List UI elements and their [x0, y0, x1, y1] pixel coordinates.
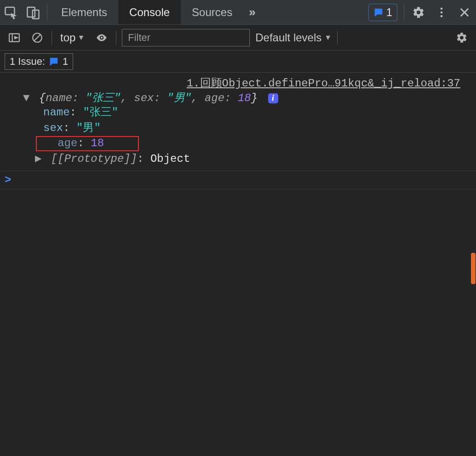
device-toggle-icon[interactable]: [22, 0, 44, 25]
execution-context-selector[interactable]: top ▼: [57, 31, 87, 44]
tab-console[interactable]: Console: [118, 0, 181, 24]
log-message: 1.回顾Object.definePro…91kqc&_ij_reload:37…: [0, 73, 476, 171]
console-toolbar: top ▼ Default levels ▼: [0, 25, 476, 51]
more-tabs-button[interactable]: »: [243, 5, 261, 19]
console-prompt[interactable]: >: [0, 171, 476, 189]
clear-console-icon[interactable]: [29, 29, 46, 46]
levels-label: Default levels: [255, 31, 321, 44]
object-preview: {name: "张三", sex: "男", age: 18}: [39, 92, 264, 104]
console-settings-icon[interactable]: [453, 29, 470, 46]
message-icon: [49, 57, 59, 67]
console-log-area: 1.回顾Object.definePro…91kqc&_ij_reload:37…: [0, 73, 476, 189]
issues-label: 1 Issue:: [10, 56, 45, 68]
tab-label: Sources: [192, 6, 232, 19]
divider: [116, 31, 116, 45]
issues-button[interactable]: 1 Issue: 1: [5, 53, 73, 70]
svg-rect-1: [28, 7, 35, 17]
collapse-triangle-icon[interactable]: ▶: [35, 151, 41, 167]
chevron-down-icon: ▼: [324, 34, 332, 42]
scrollbar[interactable]: [470, 51, 476, 456]
close-button[interactable]: [453, 6, 476, 19]
chevron-down-icon: ▼: [77, 34, 85, 42]
object-property-sex[interactable]: sex: "男": [5, 120, 471, 136]
kebab-menu-button[interactable]: [430, 6, 453, 19]
svg-rect-0: [6, 7, 15, 14]
live-expression-icon[interactable]: [93, 29, 110, 46]
prompt-caret-icon: >: [5, 174, 11, 186]
info-badge-icon[interactable]: i: [268, 93, 278, 103]
property-value: "张三": [83, 106, 118, 119]
divider: [404, 5, 404, 20]
divider: [52, 31, 52, 45]
divider: [47, 5, 47, 20]
expand-triangle-icon[interactable]: ▼: [23, 92, 29, 104]
prototype-key: [[Prototype]]: [51, 153, 137, 165]
property-key: name: [43, 106, 70, 119]
property-key: age: [57, 137, 77, 149]
issue-count: 1: [386, 6, 392, 19]
tab-elements[interactable]: Elements: [50, 0, 118, 24]
sidebar-toggle-icon[interactable]: [6, 29, 23, 46]
devtools-main-toolbar: Elements Console Sources » 1: [0, 0, 476, 25]
issues-pill[interactable]: 1: [368, 4, 397, 21]
divider: [337, 31, 338, 45]
svg-point-4: [441, 11, 443, 13]
object-preview-row[interactable]: ▼ {name: "张三", sex: "男", age: 18} i: [5, 90, 471, 105]
property-value: 18: [91, 137, 104, 149]
scrollbar-thumb[interactable]: [471, 253, 476, 284]
source-link[interactable]: 1.回顾Object.definePro…91kqc&_ij_reload:37: [5, 74, 471, 90]
svg-point-5: [441, 15, 443, 17]
tab-label: Console: [129, 6, 170, 19]
object-prototype-row[interactable]: ▶ [[Prototype]]: Object: [5, 151, 471, 167]
property-key: sex: [43, 122, 63, 134]
settings-button[interactable]: [407, 6, 430, 19]
object-property-age-highlighted[interactable]: age: 18: [36, 136, 139, 151]
context-label: top: [60, 31, 75, 44]
object-property-name[interactable]: name: "张三": [5, 105, 471, 120]
issues-count: 1: [63, 56, 68, 68]
log-levels-selector[interactable]: Default levels ▼: [255, 31, 332, 44]
inspect-element-icon[interactable]: [0, 0, 22, 25]
filter-input[interactable]: [122, 29, 250, 46]
message-icon: [373, 7, 384, 17]
object-property-age-wrapper: age: 18: [5, 136, 471, 151]
property-value: "男": [76, 122, 101, 134]
source-link-text: 1.回顾Object.definePro…91kqc&_ij_reload:37: [187, 77, 460, 90]
tab-sources[interactable]: Sources: [181, 0, 243, 24]
tab-label: Elements: [61, 6, 107, 19]
tab-strip: Elements Console Sources: [50, 0, 243, 24]
svg-point-8: [101, 36, 103, 38]
issues-bar: 1 Issue: 1: [0, 51, 476, 73]
svg-point-3: [441, 7, 443, 10]
prototype-value: Object: [150, 153, 190, 165]
